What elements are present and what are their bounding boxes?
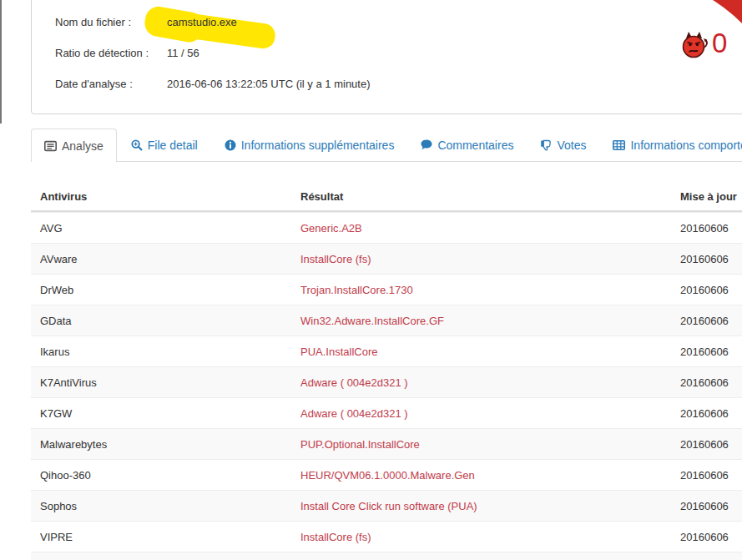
column-header-resultat: Résultat	[300, 190, 680, 203]
column-header-antivirus: Antivirus	[31, 190, 300, 203]
analysis-date-label: Date d'analyse :	[55, 78, 167, 91]
detection-result: InstallCore (fs)	[300, 253, 680, 265]
update-date: 20160606	[680, 315, 742, 327]
antivirus-name: AVware	[31, 253, 300, 265]
thumbs-down-icon	[540, 139, 552, 151]
update-date: 20160606	[680, 376, 742, 389]
detection-result: Generic.A2B	[300, 222, 680, 235]
devil-emoji-icon	[681, 30, 713, 62]
update-date: 20160606	[680, 469, 742, 482]
antivirus-name: Sophos	[31, 500, 300, 512]
detection-result: Win32.Adware.InstallCore.GF	[300, 315, 680, 327]
tab-informations-comportementales[interactable]: Informations comportementales	[600, 129, 742, 161]
table-row: DrWeb Trojan.InstallCore.1730 20160606	[31, 274, 742, 305]
tab-analyse[interactable]: Analyse	[31, 129, 117, 162]
tab-label: File detail	[148, 139, 198, 152]
table-row: VIPRE InstallCore (fs) 20160606	[31, 521, 742, 552]
detection-result: InstallCore (fs)	[300, 531, 680, 543]
window-edge	[0, 0, 2, 124]
antivirus-name: Ikarus	[31, 346, 300, 358]
tab-label: Analyse	[62, 139, 103, 153]
antivirus-name: Malwarebytes	[31, 438, 300, 451]
detection-result: Install Core Click run software (PUA)	[300, 500, 680, 512]
tab-file-detail[interactable]: File detail	[119, 129, 210, 161]
tab-commentaires[interactable]: Commentaires	[408, 129, 526, 161]
info-circle-icon	[225, 139, 236, 151]
table-row: K7AntiVirus Adware ( 004e2d321 ) 2016060…	[31, 366, 742, 397]
table-grid-icon	[613, 139, 625, 151]
detection-result: Adware ( 004e2d321 )	[300, 407, 680, 420]
antivirus-name: Qihoo-360	[31, 469, 300, 482]
comment-icon	[421, 139, 432, 150]
detection-result: Adware ( 004e2d321 )	[300, 376, 680, 389]
table-row: AVG Generic.A2B 20160606	[31, 212, 742, 243]
table-row: ALYac 20160606	[31, 552, 742, 560]
search-plus-icon	[131, 139, 143, 151]
update-date: 20160606	[680, 284, 742, 296]
antivirus-name: K7GW	[31, 407, 300, 420]
analysis-date-row: Date d'analyse : 2016-06-06 13:22:05 UTC…	[55, 78, 371, 91]
tab-label: Votes	[557, 139, 586, 152]
table-row: Ikarus PUA.InstallCore 20160606	[31, 335, 742, 366]
detection-result: Trojan.InstallCore.1730	[300, 284, 680, 296]
tab-label: Commentaires	[437, 139, 513, 152]
tab-label: Informations supplémentaires	[241, 139, 395, 152]
table-row: Qihoo-360 HEUR/QVM06.1.0000.Malware.Gen …	[31, 459, 742, 490]
antivirus-name: DrWeb	[31, 284, 300, 296]
table-row: AVware InstallCore (fs) 20160606	[31, 243, 742, 274]
red-arrow-annotation	[702, 0, 742, 25]
table-header: Antivirus Résultat Mise à jour	[31, 182, 742, 212]
detection-ratio-label: Ratio de détection :	[55, 47, 167, 60]
table-row: K7GW Adware ( 004e2d321 ) 20160606	[31, 397, 742, 428]
antivirus-name: K7AntiVirus	[31, 376, 300, 389]
table-row: Malwarebytes PUP.Optional.InstallCore 20…	[31, 428, 742, 459]
malicious-votes-count: 0	[712, 28, 727, 59]
update-date: 20160606	[680, 531, 742, 543]
detection-result: PUA.InstallCore	[300, 346, 680, 358]
detection-ratio-row: Ratio de détection : 11 / 56	[55, 47, 199, 60]
list-alt-icon	[44, 140, 57, 152]
tab-votes[interactable]: Votes	[527, 129, 598, 161]
detection-result: PUP.Optional.InstallCore	[300, 438, 680, 451]
antivirus-name: GData	[31, 315, 300, 327]
update-date: 20160606	[680, 407, 742, 420]
tab-informations-supplementaires[interactable]: Informations supplémentaires	[212, 129, 407, 161]
update-date: 20160606	[680, 438, 742, 451]
update-date: 20160606	[680, 346, 742, 358]
tab-bar: Analyse File detail Informations supplém…	[31, 129, 742, 162]
antivirus-name: AVG	[31, 222, 300, 235]
detection-ratio-value: 11 / 56	[167, 47, 199, 60]
table-row: Sophos Install Core Click run software (…	[31, 490, 742, 521]
file-name-value: camstudio.exe	[167, 16, 237, 29]
update-date: 20160606	[680, 253, 742, 265]
column-header-mise-a-jour: Mise à jour	[680, 190, 742, 203]
update-date: 20160606	[680, 222, 742, 235]
table-row: GData Win32.Adware.InstallCore.GF 201606…	[31, 305, 742, 335]
update-date: 20160606	[680, 500, 742, 512]
tab-label: Informations comportementales	[630, 139, 742, 152]
antivirus-name: VIPRE	[31, 531, 300, 543]
analysis-date-value: 2016-06-06 13:22:05 UTC (il y a 1 minute…	[167, 78, 371, 91]
detection-result: HEUR/QVM06.1.0000.Malware.Gen	[300, 469, 680, 482]
antivirus-results-table: Antivirus Résultat Mise à jour AVG Gener…	[31, 182, 742, 560]
